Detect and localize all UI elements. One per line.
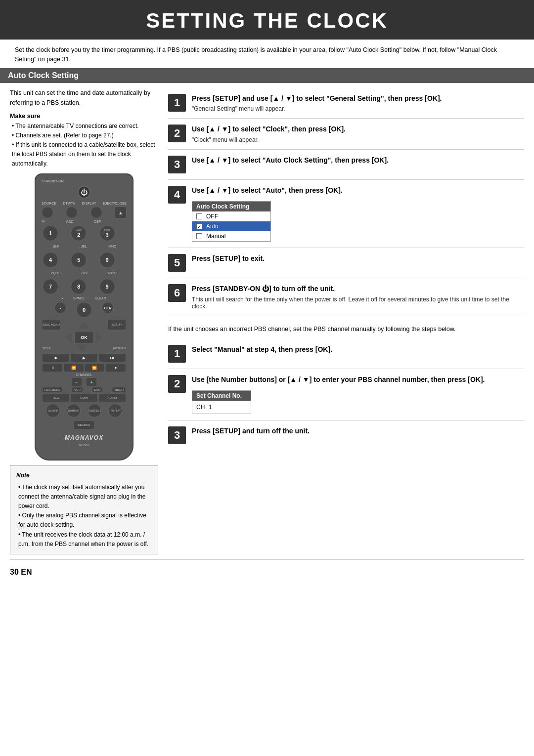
left-column: This unit can set the time and date auto… [10,88,158,559]
menu-item-auto[interactable]: ✓ Auto [192,221,270,231]
tunerset-btn[interactable]: TUNERSET [88,404,101,418]
setup-btn[interactable]: SETUP [108,320,126,330]
btn-0[interactable]: 0 [76,302,92,318]
prev-btn[interactable]: ⏮ [43,354,69,362]
step-sub-6: This unit will search for the time only … [192,296,524,310]
btn-8[interactable]: 8 [71,279,87,294]
manual-step-2: 2 Use [the Number buttons] or [▲ / ▼] to… [168,369,524,421]
manual-step-3: 3 Press [SETUP] and turn off the unit. [168,420,524,450]
step-title-5: Press [SETUP] to exit. [192,254,524,264]
set-channel-box: Set Channel No. CH 1 [192,390,251,414]
btn-4[interactable]: 4 [43,252,58,268]
nav-up-btn[interactable] [78,322,90,329]
step-1: 1 Press [SETUP] and use [▲ / ▼] to selec… [168,88,524,119]
note-title: Note [16,471,152,480]
step-title-4: Use [▲ / ▼] to select "Auto", then press… [192,186,524,196]
btn-7[interactable]: 7 [43,279,58,294]
transport-row2: ⏸ ⏪ ⏩ ■ [43,364,126,372]
search-btn[interactable]: SEARCH [74,421,94,429]
cm-skip-btn[interactable]: CM SKIP [46,404,60,418]
timer-btn[interactable]: TIMER [112,387,126,392]
btn-clear[interactable]: CLR [102,302,114,314]
nav-bottom-row: TITLE RETURN [43,345,126,352]
stop-btn[interactable]: ■ [106,364,126,372]
ch-plus-btn[interactable]: + [87,378,96,386]
power-button[interactable] [78,186,90,199]
nav-right-btn[interactable] [96,332,103,343]
manual-intro: If the unit chooses an incorrect PBS cha… [168,324,524,334]
remote-wrapper: STANDBY-ON SOURCE DTV/TV DISPLAY EJECT/C… [10,173,158,461]
rec-btn[interactable]: REC [43,394,69,402]
step-content-3: Use [▲ / ▼] to select "Auto Clock Settin… [192,156,524,173]
auto-clock-description: This unit can set the time and date auto… [10,88,158,108]
nav-left-btn[interactable] [65,332,72,343]
source-btn[interactable] [42,207,53,218]
display-btn[interactable] [90,207,102,218]
ch-minus-btn[interactable]: − [72,378,82,386]
step-number-6: 6 [168,284,186,302]
step-content-1: Press [SETUP] and use [▲ / ▼] to select … [192,94,524,113]
dimming-btn[interactable]: DIMMING [67,404,81,418]
rw-play-btn[interactable]: RW PLAY [108,404,122,418]
btn-5[interactable]: 5 [71,252,87,268]
page-number: 30 [10,568,19,576]
fwd-btn[interactable]: ⏩ [85,364,105,372]
step-6: 6 Press [STANDBY-ON ⏻] to turn off the u… [168,278,524,316]
menu-box-header: Auto Clock Setting [192,202,270,211]
btn-3[interactable]: DEF3 [99,225,115,241]
list-item: The antenna/cable TV connections are cor… [12,122,158,131]
make-sure-label: Make sure [10,113,158,120]
menu-item-off[interactable]: OFF [192,211,270,221]
btn-2[interactable]: ABC2 [71,225,87,241]
nav-middle-row: OK [43,331,126,344]
auto-clock-menu: Auto Clock Setting OFF ✓ Auto Manual [192,201,271,242]
play-btn[interactable]: ▶ [71,354,97,362]
manual-step-number-2: 2 [168,375,186,393]
manual-step-title-3: Press [SETUP] and turn off the unit. [192,426,524,436]
source-row: SOURCE DTV/TV DISPLAY EJECT/CLOSE [42,202,127,205]
next-btn[interactable]: ⏭ [99,354,126,362]
dtv-label: DTV/TV [63,202,75,205]
step-title-2: Use [▲ / ▼] to select "Clock", then pres… [192,125,524,134]
btn-6[interactable]: 6 [99,252,115,268]
step-title-1: Press [SETUP] and use [▲ / ▼] to select … [192,94,524,104]
eject-btn[interactable]: ▲ [115,207,127,218]
circle-btns-row: CM SKIP DIMMING TUNERSET RW PLAY [43,404,126,418]
step-number-1: 1 [168,94,186,112]
btn-9[interactable]: 9 [99,279,115,294]
disc-menu-btn[interactable]: DISC MENU [43,320,60,330]
step-number-3: 3 [168,156,186,173]
checkbox-off[interactable] [196,213,202,219]
checkbox-manual[interactable] [196,233,202,239]
list-item: Only the analog PBS channel signal is ef… [18,511,152,530]
page-title: SETTING THE CLOCK [0,9,534,33]
pause-btn[interactable]: ⏸ [43,364,62,372]
dtv-btn[interactable] [66,207,78,218]
manual-step-title-1: Select "Manual" at step 4, then press [O… [192,345,524,355]
dvd-btn[interactable]: DVD [92,387,103,392]
vcr-btn[interactable]: VCR [72,387,83,392]
step-number-4: 4 [168,186,186,204]
manual-step-number-1: 1 [168,345,186,363]
number-grid: 1 ABC2 DEF3 GHI JKL MNO 4 5 6 PQRS TUV W… [43,225,126,294]
audio-btn[interactable]: AUDIO [99,394,126,402]
checkbox-auto[interactable]: ✓ [196,223,202,229]
rew-btn[interactable]: ⏪ [64,364,84,372]
ok-btn[interactable]: OK [74,331,94,344]
nav-down-btn[interactable] [76,345,88,352]
step-content-6: Press [STANDBY-ON ⏻] to turn off the uni… [192,284,524,310]
eject-label: EJECT/CLOSE [103,202,127,205]
nav-section: DISC MENU SETUP OK [43,320,126,352]
model-label: NB553 [40,443,129,447]
btn-dot[interactable]: • [54,302,66,314]
btn-1[interactable]: 1 [43,225,58,241]
rec-mode-btn[interactable]: REC MODE [43,387,62,392]
channel-box-header: Set Channel No. [192,391,251,401]
step-number-5: 5 [168,254,186,272]
step-2: 2 Use [▲ / ▼] to select "Clock", then pr… [168,119,524,150]
hdmi-btn[interactable]: HDMI [71,394,97,402]
source-label: SOURCE [42,202,56,205]
manual-step-number-3: 3 [168,426,186,444]
manual-step-content-3: Press [SETUP] and turn off the unit. [192,426,524,444]
menu-item-manual[interactable]: Manual [192,231,270,241]
